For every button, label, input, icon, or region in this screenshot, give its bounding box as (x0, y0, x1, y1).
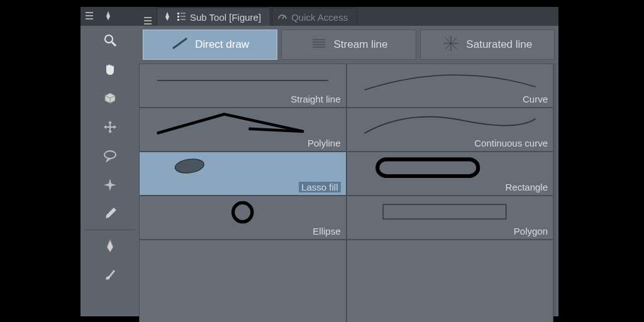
svg-point-2 (104, 151, 116, 158)
panel-menu-icon[interactable] (143, 16, 153, 26)
subtool-label: Lasso fill (299, 182, 340, 192)
lasso-fill-preview (151, 156, 335, 181)
straight-line-preview (151, 68, 335, 93)
svg-rect-4 (177, 16, 179, 18)
tool-eyedropper[interactable] (80, 199, 139, 228)
tab-quick-access[interactable]: Quick Access (272, 8, 357, 26)
continuous-curve-preview (358, 112, 542, 137)
subtool-straight-line[interactable]: Straight line (139, 64, 347, 108)
svg-line-22 (445, 38, 451, 43)
subtool-polyline[interactable]: Polyline (139, 108, 347, 152)
category-direct-draw-label: Direct draw (195, 38, 249, 51)
tool-move-arrows[interactable] (80, 113, 139, 142)
subtool-grid: Straight line Curve Polyline Continu (139, 64, 556, 316)
svg-point-26 (233, 203, 252, 221)
tool-balloon[interactable] (80, 142, 139, 170)
svg-line-20 (451, 43, 457, 49)
tool-hand[interactable] (80, 55, 139, 84)
svg-line-19 (451, 38, 457, 43)
tool-magnifier[interactable] (80, 26, 139, 55)
subtool-label: Straight line (291, 94, 340, 104)
subtool-label: Polyline (308, 138, 341, 148)
category-direct-draw[interactable]: Direct draw (143, 30, 277, 60)
tab-subtool[interactable]: Sub Tool [Figure] (157, 8, 270, 26)
svg-point-0 (105, 35, 113, 43)
subtool-label: Rectangle (505, 182, 548, 192)
subtool-curve[interactable]: Curve (347, 64, 554, 108)
svg-line-10 (173, 38, 187, 48)
svg-point-24 (174, 157, 205, 175)
svg-rect-27 (383, 204, 506, 219)
polyline-preview (151, 112, 335, 137)
subtool-label: Polygon (514, 226, 548, 236)
category-stream-line[interactable]: Stream line (281, 30, 416, 60)
tab-quick-access-label: Quick Access (291, 12, 348, 23)
list-icon (176, 11, 186, 23)
svg-rect-5 (177, 19, 179, 21)
panel-menu-icon[interactable] (84, 11, 94, 21)
curve-preview (358, 68, 542, 93)
subtool-label: Ellipse (313, 226, 340, 236)
rectangle-preview (358, 156, 542, 181)
category-stream-line-label: Stream line (334, 38, 388, 51)
pen-nib-icon (162, 11, 172, 23)
subtool-rectangle[interactable]: Rectangle (347, 152, 554, 196)
main-toolbar (80, 26, 140, 316)
subtool-ellipse[interactable]: Ellipse (139, 196, 347, 240)
subtool-continuous-curve[interactable]: Continuous curve (347, 108, 554, 152)
empty-cell (347, 240, 554, 322)
ellipse-preview (151, 200, 335, 225)
category-saturated-line-label: Saturated line (466, 38, 532, 51)
pen-nib-icon (103, 11, 113, 21)
subtool-label: Curve (523, 94, 548, 104)
stream-icon (310, 35, 328, 55)
tool-pen-nib[interactable] (80, 231, 139, 260)
svg-line-9 (282, 16, 284, 19)
subtool-polygon[interactable]: Polygon (347, 196, 554, 240)
empty-cell (139, 240, 347, 322)
panel-tab-strip: Sub Tool [Figure] Quick Access (139, 7, 558, 26)
svg-rect-25 (377, 159, 478, 176)
svg-line-1 (112, 42, 116, 46)
tool-brush[interactable] (80, 260, 139, 289)
tab-subtool-label: Sub Tool [Figure] (190, 12, 261, 23)
burst-icon (442, 35, 460, 55)
toolbar-header (80, 7, 139, 26)
gauge-icon (277, 11, 287, 23)
category-saturated-line[interactable]: Saturated line (420, 30, 555, 60)
subtool-label: Continuous curve (474, 138, 548, 148)
polygon-preview (358, 200, 542, 225)
line-icon (171, 35, 189, 55)
tool-3d-shape[interactable] (80, 84, 139, 113)
tool-star-sparkle[interactable] (80, 170, 139, 199)
subtool-lasso-fill[interactable]: Lasso fill (139, 152, 347, 196)
svg-line-21 (445, 43, 451, 49)
svg-rect-3 (177, 13, 179, 14)
subtool-category-row: Direct draw Stream line Saturated line (139, 26, 558, 64)
